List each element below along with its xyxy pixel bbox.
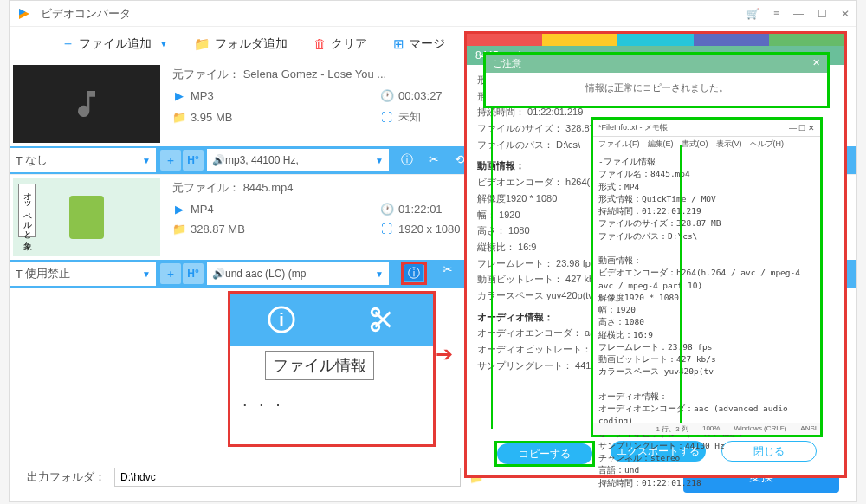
- cart-icon[interactable]: 🛒: [746, 8, 759, 20]
- annotation-arrow-icon: [491, 65, 493, 429]
- menu-view[interactable]: 表示(V): [716, 139, 742, 150]
- notepad-window: *FileInfo.txt - メモ帳 — ☐ ✕ ファイル(F) 編集(E) …: [591, 117, 823, 437]
- svg-text:i: i: [279, 310, 284, 329]
- close-icon[interactable]: ✕: [841, 8, 850, 20]
- merge-button[interactable]: ⊞マージ: [393, 36, 445, 52]
- clear-button[interactable]: 🗑クリア: [313, 36, 367, 52]
- thumbnail[interactable]: オッペルと象: [13, 178, 160, 256]
- menu-edit[interactable]: 編集(E): [648, 139, 674, 150]
- thumb-label: オッペルと象: [18, 184, 36, 237]
- titlebar: ビデオコンバータ 🛒 ≡ — ☐ ✕: [10, 1, 856, 27]
- minimize-icon[interactable]: —: [789, 124, 797, 132]
- music-note-icon: [69, 87, 104, 121]
- resolution-icon: ⛶: [380, 223, 393, 236]
- add-file-button[interactable]: ＋ファイル追加▼: [61, 36, 168, 52]
- notepad-statusbar: 1 行、3 列 100% Windows (CRLF) ANSI: [593, 423, 820, 435]
- folder-icon: 📁: [172, 223, 185, 236]
- info-button[interactable]: ⓘ: [401, 152, 413, 168]
- maximize-icon[interactable]: ☐: [798, 124, 805, 132]
- info-icon: i: [267, 305, 296, 334]
- annotation-arrow-icon: ➔: [436, 342, 453, 366]
- app-logo-icon: [16, 6, 32, 22]
- scissors-icon: [368, 305, 397, 334]
- format-icon: ▶: [172, 89, 185, 102]
- audio-track-select[interactable]: 🔊 mp3, 44100 Hz, ▼: [207, 149, 389, 171]
- minimize-icon[interactable]: —: [793, 8, 804, 20]
- copy-button[interactable]: コピーする: [497, 443, 592, 464]
- add-sub-button[interactable]: ＋: [160, 150, 181, 171]
- annotation-arrow-icon: [680, 145, 682, 431]
- tooltip: ファイル情報: [265, 351, 374, 380]
- output-folder-label: 出力フォルダ：: [27, 469, 106, 485]
- output-folder-input[interactable]: [114, 468, 461, 487]
- toast-body: 情報は正常にコピーされました。: [486, 73, 827, 103]
- format-icon: ▶: [172, 203, 185, 216]
- app-title: ビデオコンバータ: [41, 6, 746, 22]
- hw-button[interactable]: H°: [183, 150, 204, 171]
- add-folder-button[interactable]: 📁フォルダ追加: [194, 36, 288, 52]
- menu-file[interactable]: ファイル(F): [598, 139, 640, 150]
- subtitle-select[interactable]: T なし▼: [10, 147, 157, 173]
- toast-dialog: ご注意✕ 情報は正常にコピーされました。: [483, 52, 830, 108]
- clock-icon: 🕐: [380, 89, 393, 102]
- notepad-menubar: ファイル(F) 編集(E) 書式(O) 表示(V) ヘルプ(H): [593, 137, 820, 152]
- hw-button[interactable]: H°: [183, 263, 204, 284]
- audio-track-select[interactable]: 🔊 und aac (LC) (mp ▼: [207, 262, 389, 285]
- cut-button[interactable]: ✂: [443, 262, 453, 285]
- toast-title: ご注意: [493, 57, 521, 70]
- window-controls: 🛒 ≡ — ☐ ✕: [746, 8, 850, 20]
- callout-dots: . . .: [230, 391, 433, 410]
- notepad-titlebar: *FileInfo.txt - メモ帳 — ☐ ✕: [593, 120, 820, 137]
- notepad-body[interactable]: -ファイル情報 ファイル名：8445.mp4 形式：MP4 形式情報：Quick…: [593, 152, 820, 493]
- add-sub-button[interactable]: ＋: [160, 263, 181, 284]
- maximize-icon[interactable]: ☐: [818, 8, 827, 20]
- close-icon[interactable]: ✕: [808, 124, 815, 132]
- menu-format[interactable]: 書式(O): [682, 139, 708, 150]
- menu-icon[interactable]: ≡: [773, 8, 779, 20]
- thumbnail[interactable]: [13, 65, 160, 143]
- toast-close-icon[interactable]: ✕: [812, 57, 820, 70]
- info-button[interactable]: ⓘ: [404, 264, 423, 281]
- subtitle-select[interactable]: T 使用禁止▼: [10, 261, 157, 287]
- menu-help[interactable]: ヘルプ(H): [750, 139, 785, 150]
- resolution-icon: ⛶: [380, 111, 393, 124]
- callout-panel: i ファイル情報 . . .: [228, 291, 436, 447]
- clock-icon: 🕐: [380, 203, 393, 216]
- folder-icon: 📁: [172, 111, 185, 124]
- cut-button[interactable]: ✂: [429, 152, 439, 168]
